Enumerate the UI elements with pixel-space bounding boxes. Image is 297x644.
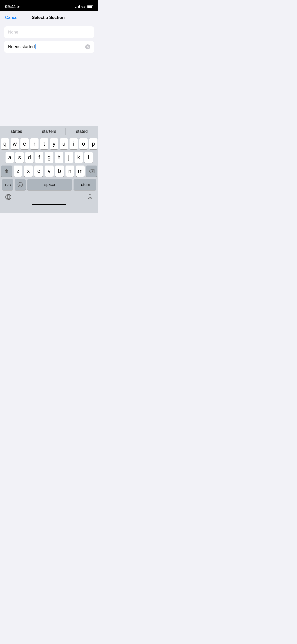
svg-rect-4	[89, 195, 91, 198]
key-l[interactable]: l	[84, 152, 93, 163]
none-field[interactable]: None	[4, 26, 94, 38]
svg-point-2	[21, 184, 21, 184]
cancel-button[interactable]: Cancel	[5, 15, 18, 20]
return-key[interactable]: return	[74, 179, 96, 190]
svg-point-0	[18, 182, 23, 187]
key-b[interactable]: b	[55, 166, 64, 177]
status-icons	[75, 5, 93, 8]
key-a[interactable]: a	[6, 152, 14, 163]
key-p[interactable]: p	[89, 138, 97, 149]
space-key[interactable]: space	[27, 179, 72, 190]
signal-icon	[75, 5, 80, 8]
key-q[interactable]: q	[1, 138, 9, 149]
key-h[interactable]: h	[55, 152, 63, 163]
keyboard-accessories	[0, 192, 98, 203]
location-icon: ➤	[17, 5, 20, 9]
shift-key[interactable]	[1, 166, 12, 177]
key-j[interactable]: j	[65, 152, 73, 163]
search-field-value: Needs started	[8, 44, 85, 49]
key-s[interactable]: s	[15, 152, 24, 163]
numbers-key[interactable]: 123	[2, 179, 13, 190]
content-area: None Needs started	[0, 23, 98, 56]
key-y[interactable]: y	[50, 138, 58, 149]
key-e[interactable]: e	[20, 138, 29, 149]
svg-point-1	[19, 184, 20, 184]
none-placeholder: None	[8, 30, 18, 35]
autocomplete-stated[interactable]: stated	[65, 126, 98, 137]
key-d[interactable]: d	[25, 152, 34, 163]
emoji-key[interactable]	[15, 179, 26, 190]
wifi-icon	[81, 5, 85, 8]
search-field[interactable]: Needs started	[4, 41, 94, 53]
globe-icon[interactable]	[5, 194, 12, 202]
key-o[interactable]: o	[79, 138, 88, 149]
key-v[interactable]: v	[45, 166, 53, 177]
clear-button[interactable]	[85, 44, 90, 49]
key-row-1: q w e r t y u i o p	[1, 138, 97, 149]
autocomplete-starters[interactable]: starters	[33, 126, 65, 137]
key-t[interactable]: t	[40, 138, 48, 149]
key-k[interactable]: k	[75, 152, 83, 163]
key-row-3: z x c v b n m	[1, 166, 97, 177]
keyboard: states starters stated q w e r t y u i o…	[0, 126, 98, 213]
autocomplete-bar: states starters stated	[0, 126, 98, 137]
key-f[interactable]: f	[35, 152, 43, 163]
key-w[interactable]: w	[11, 138, 19, 149]
key-c[interactable]: c	[34, 166, 43, 177]
key-n[interactable]: n	[65, 166, 74, 177]
key-r[interactable]: r	[30, 138, 39, 149]
delete-key[interactable]	[86, 166, 97, 177]
nav-title: Select a Section	[32, 15, 64, 20]
time-display: 09:41	[5, 4, 16, 9]
status-bar: 09:41 ➤	[0, 0, 98, 13]
key-row-4: 123 space return	[1, 179, 97, 190]
microphone-icon[interactable]	[87, 194, 93, 202]
battery-icon	[87, 5, 93, 8]
key-u[interactable]: u	[60, 138, 68, 149]
keyboard-keys: q w e r t y u i o p a s d f g h j k l	[0, 137, 98, 190]
status-time: 09:41 ➤	[5, 4, 20, 9]
home-indicator	[32, 204, 66, 205]
key-i[interactable]: i	[70, 138, 78, 149]
key-g[interactable]: g	[45, 152, 53, 163]
key-m[interactable]: m	[76, 166, 85, 177]
text-cursor	[35, 44, 36, 49]
key-row-2: a s d f g h j k l	[1, 152, 97, 163]
autocomplete-states[interactable]: states	[0, 126, 33, 137]
key-x[interactable]: x	[24, 166, 33, 177]
key-z[interactable]: z	[14, 166, 22, 177]
nav-bar: Cancel Select a Section	[0, 11, 98, 23]
